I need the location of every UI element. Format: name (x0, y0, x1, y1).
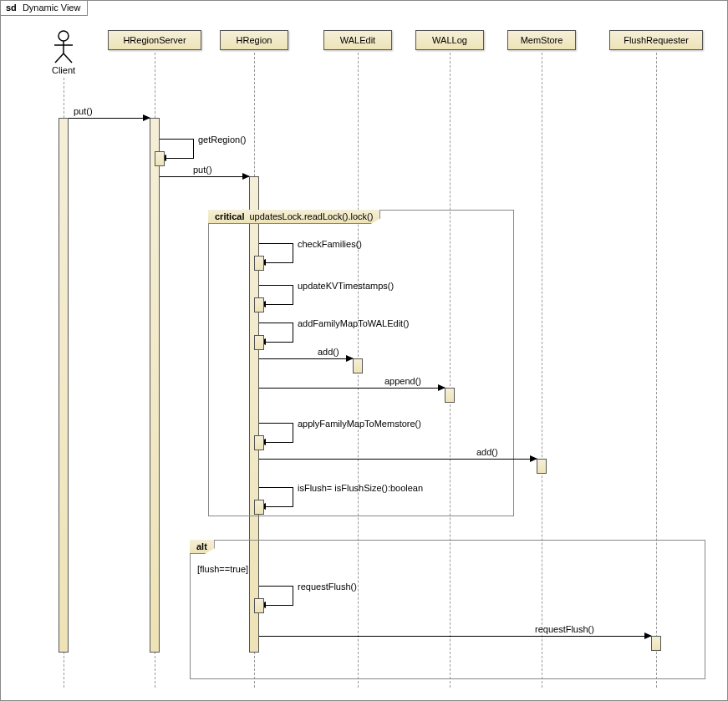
svg-line-4 (64, 53, 72, 63)
exec-self-2 (254, 297, 264, 312)
exec-self-4 (254, 435, 264, 450)
msg-add-waledit: add() (259, 358, 353, 359)
lifeline-head-hregionserver: HRegionServer (108, 30, 201, 50)
msg-label: add() (476, 447, 498, 457)
msg-self-applymem: applyFamilyMapToMemstore() (259, 423, 293, 443)
arrow-right-icon (143, 114, 150, 121)
msg-label: updateKVTimestamps() (298, 281, 394, 291)
msg-self-checkfamilies: checkFamilies() (259, 243, 293, 263)
msg-self-requestflush: requestFlush() (259, 586, 293, 606)
msg-self-updatekv: updateKVTimestamps() (259, 285, 293, 305)
msg-label: checkFamilies() (298, 239, 362, 249)
lifeline-head-wallog: WALLog (415, 30, 484, 50)
exec-client (59, 118, 69, 653)
exec-waledit (353, 358, 363, 373)
msg-label: requestFlush() (298, 582, 357, 592)
exec-flushrequester (651, 636, 661, 651)
actor-icon (52, 30, 75, 63)
frag-text: updatesLock.readLock().lock() (249, 211, 373, 221)
sequence-diagram: sd Dynamic View Client HRegionServer HRe… (0, 0, 728, 701)
lifeline-head-flushrequester: FlushRequester (609, 30, 703, 50)
arrow-right-icon (242, 173, 250, 180)
frag-op: alt (196, 541, 207, 551)
exec-self-5 (254, 500, 264, 515)
fragment-alt: alt [flush==true] (190, 540, 705, 679)
msg-put-hrs-to-hregion: put() (160, 176, 249, 177)
alt-guard: [flush==true] (197, 564, 248, 574)
msg-requestflush-call: requestFlush() (259, 636, 651, 637)
msg-label: put() (74, 106, 93, 116)
msg-label: addFamilyMapToWALEdit() (298, 318, 409, 328)
exec-self-6 (254, 598, 264, 613)
msg-label: getRegion() (198, 135, 246, 145)
msg-append-wallog: append() (259, 388, 445, 389)
exec-self-3 (254, 335, 264, 350)
actor-client-label: Client (47, 65, 80, 75)
msg-label: put() (193, 165, 212, 175)
msg-self-getregion: getRegion() (160, 139, 194, 159)
lifeline-head-hregion: HRegion (220, 30, 288, 50)
fragment-critical-title: critical updatesLock.readLock().lock() (208, 210, 380, 224)
lifeline-head-memstore: MemStore (507, 30, 576, 50)
exec-hrs-self (155, 151, 165, 166)
msg-put-client-to-hrs: put() (69, 118, 150, 119)
msg-add-memstore: add() (259, 459, 537, 460)
frag-op: critical (215, 211, 244, 221)
msg-label: requestFlush() (535, 624, 594, 634)
msg-label: isFlush= isFlushSize():boolean (298, 483, 423, 493)
msg-label: applyFamilyMapToMemstore() (298, 419, 421, 429)
svg-line-3 (55, 53, 64, 63)
lifeline-head-waledit: WALEdit (323, 30, 392, 50)
msg-label: add() (318, 347, 339, 357)
exec-wallog (445, 388, 455, 403)
msg-label: append() (384, 376, 421, 386)
exec-self-1 (254, 256, 264, 271)
svg-point-0 (59, 31, 69, 41)
fragment-alt-title: alt (190, 540, 215, 554)
exec-hregionserver (150, 118, 160, 653)
exec-memstore (537, 459, 547, 474)
frame-prefix: sd (6, 3, 17, 13)
actor-client: Client (47, 30, 80, 75)
msg-self-addfamwal: addFamilyMapToWALEdit() (259, 323, 293, 343)
frame-title: Dynamic View (23, 3, 81, 13)
diagram-frame-label: sd Dynamic View (1, 1, 88, 16)
msg-self-isflush: isFlush= isFlushSize():boolean (259, 487, 293, 507)
